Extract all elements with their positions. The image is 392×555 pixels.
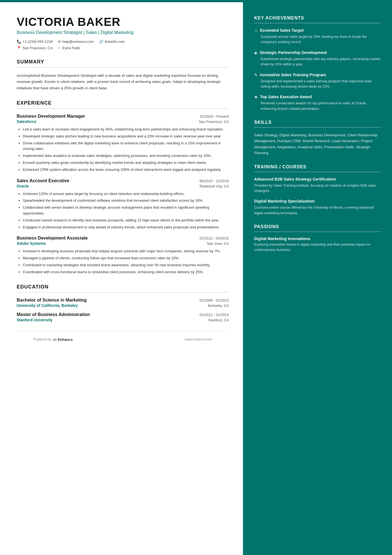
- job-3-sub: Adobe Systems San Jose, CA: [17, 241, 229, 246]
- bullet-item: Coordinated with cross-functional teams …: [23, 269, 229, 275]
- degree-2-dates: 01/2012 - 01/2014: [200, 313, 229, 317]
- right-column: KEY ACHIEVEMENTS ☆ Exceeded Sales Target…: [243, 2, 392, 555]
- achievements-divider: [254, 23, 381, 23]
- job-1-title: Business Development Manager: [17, 114, 85, 119]
- powered-by: Powered by ∞ Enhancv: [33, 336, 73, 343]
- phone-number: +1-(234)-555-1234: [23, 40, 53, 44]
- job-1: Business Development Manager 01/2019 - P…: [17, 114, 229, 173]
- header-section: VICTORIA BAKER Business Development Stra…: [17, 16, 229, 50]
- job-2-title: Sales Account Executive: [17, 178, 69, 183]
- bullet-item: Collaborated with senior leaders to deve…: [23, 205, 229, 216]
- achievement-1-desc: Surpassed annual sales target by 20%, le…: [254, 34, 381, 45]
- footer-website: www.enhancv.com: [185, 337, 212, 341]
- achievement-1-header: ☆ Exceeded Sales Target: [254, 28, 381, 33]
- enhancv-brand: Enhancv: [58, 337, 73, 342]
- job-3-bullets: Assisted in developing business proposal…: [17, 248, 229, 275]
- linkedin-url: linkedin.com: [105, 40, 125, 44]
- experience-title: EXPERIENCE: [17, 100, 229, 106]
- job-3-company: Adobe Systems: [17, 241, 46, 246]
- link-icon: 🔗: [99, 40, 103, 44]
- bullet-item: Developed strategic sales pitches leadin…: [23, 134, 229, 139]
- job-3-title: Business Development Associate: [17, 236, 88, 241]
- summary-section: SUMMARY Accomplished Business Developmen…: [17, 59, 229, 91]
- phone-item: 📞 +1-(234)-555-1234: [17, 40, 53, 44]
- job-3-header: Business Development Associate 07/2012 -…: [17, 236, 229, 241]
- degree-2: Master of Business Administration 01/201…: [17, 312, 229, 322]
- achievement-1-icon: ☆: [254, 28, 258, 33]
- bullet-item: Spearheaded the development of customize…: [23, 198, 229, 204]
- degree-1-sub: University of California, Berkeley Berke…: [17, 303, 229, 308]
- achievements-title: KEY ACHIEVEMENTS: [254, 16, 381, 21]
- star-icon: ☆: [58, 46, 61, 50]
- experience-section: EXPERIENCE Business Development Manager …: [17, 100, 229, 275]
- candidate-tagline: Business Development Strategist | Sales …: [17, 30, 229, 35]
- email-icon: ✉: [58, 40, 61, 44]
- top-accent-bar: [0, 0, 392, 2]
- degree-1-dates: 01/2008 - 01/2012: [200, 298, 229, 302]
- bullet-item: Enhanced CRM system utilization across t…: [23, 167, 229, 173]
- education-title: EDUCATION: [17, 284, 229, 290]
- footer: Powered by ∞ Enhancv www.enhancv.com: [17, 331, 229, 348]
- degree-2-sub: Stanford University Stanford, CA: [17, 318, 229, 322]
- contact-row-2: 📍 San Francisco, CA ☆ Extra Field: [17, 46, 229, 50]
- training-2-desc: Coursera online course offered by the Un…: [254, 205, 381, 216]
- summary-text: Accomplished Business Development Strate…: [17, 73, 229, 91]
- bullet-item: Managed a pipeline of clients, conductin…: [23, 255, 229, 261]
- degree-2-location: Stanford, CA: [208, 318, 229, 322]
- location-text: San Francisco, CA: [23, 46, 53, 50]
- location-item: 📍 San Francisco, CA: [17, 46, 53, 50]
- bullet-item: Conducted market research to identify ne…: [23, 218, 229, 223]
- email-item: ✉ help@enhancv.com: [58, 40, 94, 44]
- job-1-sub: Salesforce San Francisco, CA: [17, 119, 229, 124]
- left-column: VICTORIA BAKER Business Development Stra…: [0, 2, 243, 555]
- achievement-2-desc: Established strategic partnerships with …: [254, 56, 381, 67]
- degree-1-title: Bachelor of Science in Marketing: [17, 298, 87, 303]
- job-2-bullets: Achieved 120% of annual sales target by …: [17, 191, 229, 230]
- training-1-desc: Provided by Sales Training Institute, fo…: [254, 183, 381, 194]
- bullet-item: Implemented data analytics to evaluate s…: [23, 153, 229, 159]
- job-2-company: Oracle: [17, 184, 29, 188]
- education-section: EDUCATION Bachelor of Science in Marketi…: [17, 284, 229, 322]
- summary-title: SUMMARY: [17, 59, 229, 65]
- training-2-title: Digital Marketing Specialization: [254, 199, 381, 204]
- bullet-item: Engaged in professional development to s…: [23, 225, 229, 230]
- training-1: Advanced B2B Sales Strategy Certificatio…: [254, 177, 381, 194]
- bullet-item: Drove collaborative initiatives with the…: [23, 140, 229, 152]
- achievements-section: KEY ACHIEVEMENTS ☆ Exceeded Sales Target…: [254, 16, 381, 112]
- passions-title: PASSIONS: [254, 224, 381, 229]
- main-layout: VICTORIA BAKER Business Development Stra…: [0, 2, 392, 555]
- job-1-header: Business Development Manager 01/2019 - P…: [17, 114, 229, 119]
- passions-divider: [254, 231, 381, 232]
- job-2-dates: 06/2015 - 12/2018: [200, 179, 229, 183]
- phone-icon: 📞: [17, 40, 21, 44]
- bullet-item: Contributed to marketing strategies that…: [23, 262, 229, 268]
- achievement-4: ★ Top Sales Executive Award Received con…: [254, 94, 381, 112]
- degree-1-location: Berkeley, CA: [208, 304, 229, 308]
- education-divider: [17, 292, 229, 293]
- candidate-name: VICTORIA BAKER: [17, 16, 229, 28]
- job-3: Business Development Associate 07/2012 -…: [17, 236, 229, 275]
- experience-divider: [17, 108, 229, 109]
- linkedin-item: 🔗 linkedin.com: [99, 40, 125, 44]
- bullet-item: Exceed quarterly sales goals consistentl…: [23, 160, 229, 166]
- degree-1-school: University of California, Berkeley: [17, 303, 78, 308]
- skills-section: SKILLS Sales Strategy, Digital Marketing…: [254, 120, 381, 156]
- passion-1-desc: Exploring innovative trends in digital m…: [254, 242, 381, 253]
- bullet-item: Led a sales team to increase client enga…: [23, 127, 229, 132]
- skills-divider: [254, 127, 381, 128]
- contact-row-1: 📞 +1-(234)-555-1234 ✉ help@enhancv.com 🔗…: [17, 40, 229, 44]
- bullet-item: Achieved 120% of annual sales target by …: [23, 191, 229, 197]
- location-icon: 📍: [17, 46, 21, 50]
- achievement-4-icon: ★: [254, 95, 258, 100]
- powered-by-text: Powered by: [33, 337, 51, 341]
- job-2: Sales Account Executive 06/2015 - 12/201…: [17, 178, 229, 230]
- passions-section: PASSIONS Digital Marketing Innovations E…: [254, 224, 381, 253]
- summary-divider: [17, 67, 229, 68]
- training-2: Digital Marketing Specialization Courser…: [254, 199, 381, 216]
- job-1-company: Salesforce: [17, 119, 36, 124]
- passion-1-title: Digital Marketing Innovations: [254, 236, 381, 241]
- achievement-3-icon: ✎: [254, 73, 258, 78]
- achievement-2-icon: ◈: [254, 50, 257, 55]
- achievement-4-desc: Received consecutive awards for top perf…: [254, 101, 381, 112]
- achievement-3-desc: Designed and implemented a sales trainin…: [254, 79, 381, 90]
